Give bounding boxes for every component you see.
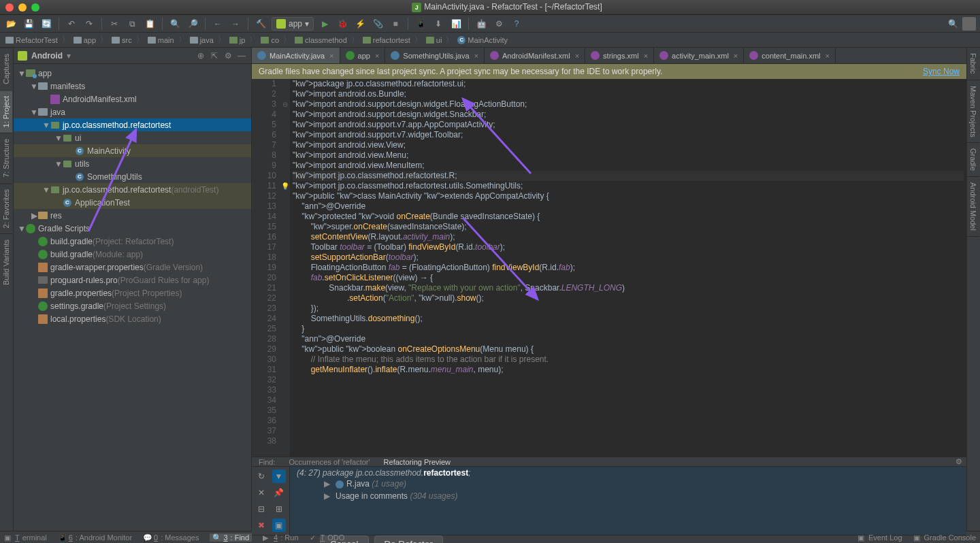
back-icon[interactable]: ←	[211, 17, 225, 31]
tree-item[interactable]: gradle-wrapper.properties (Gradle Versio…	[14, 261, 251, 274]
rerun-icon[interactable]: ↻	[255, 470, 268, 483]
statusbar-tab[interactable]: ▣Gradle Console	[913, 533, 976, 542]
user-avatar[interactable]	[962, 17, 976, 31]
find-result-row[interactable]: ▶Usage in comments (304 usages)	[297, 490, 960, 502]
collapse-icon[interactable]: ⊟	[255, 502, 268, 516]
tree-item[interactable]: ▼ui	[14, 131, 251, 144]
sdk-icon[interactable]: ⬇	[431, 17, 445, 31]
statusbar-tab[interactable]: 📱6: Android Monitor	[58, 533, 132, 542]
profile-icon[interactable]: ⚡	[353, 17, 367, 31]
breadcrumb-item[interactable]: co	[259, 36, 280, 44]
statusbar-tab[interactable]: 💬0: Messages	[143, 533, 199, 542]
statusbar-tab[interactable]: ▣Terminal	[4, 533, 47, 542]
tree-item[interactable]: ▼utils	[14, 157, 251, 170]
search-everywhere-icon[interactable]: 🔍	[946, 17, 960, 31]
android-green-icon[interactable]: 🤖	[474, 17, 488, 31]
tree-item[interactable]: CSomethingUtils	[14, 170, 251, 183]
monitor-icon[interactable]: 📊	[449, 17, 463, 31]
build-icon[interactable]: 🔨	[254, 17, 267, 31]
tree-item[interactable]: AndroidManifest.xml	[14, 93, 251, 105]
scroll-from-source-icon[interactable]: ⊕	[195, 50, 206, 61]
editor-tab[interactable]: AndroidManifest.xml×	[485, 48, 585, 64]
breadcrumb-item[interactable]: jp	[228, 36, 247, 44]
close-tab-icon[interactable]: ×	[474, 52, 478, 60]
editor-tab[interactable]: strings.xml×	[585, 48, 654, 64]
breadcrumb-item[interactable]: java	[189, 36, 215, 44]
breadcrumb-item[interactable]: ui	[425, 36, 444, 44]
editor-tab[interactable]: MainActivity.java×	[252, 48, 340, 64]
breadcrumb-item[interactable]: app	[72, 36, 97, 44]
zoom-window-button[interactable]	[31, 3, 39, 12]
tool-tab-gradle[interactable]: Gradle	[967, 143, 979, 177]
filter-icon[interactable]: ▼	[272, 470, 286, 483]
open-icon[interactable]: 📂	[4, 17, 18, 31]
sync-icon[interactable]: 🔄	[39, 17, 53, 31]
find-tab-occurrences[interactable]: Occurrences of 'refactor'	[286, 458, 372, 466]
breadcrumb-item[interactable]: main	[146, 36, 176, 44]
undo-icon[interactable]: ↶	[65, 17, 78, 31]
tool-tab-7-structure[interactable]: 7: Structure	[0, 133, 12, 183]
code-content[interactable]: "kw">package jp.co.classmethod.refactort…	[290, 79, 966, 457]
forward-icon[interactable]: →	[229, 17, 242, 31]
tree-item[interactable]: ▼manifests	[14, 80, 251, 93]
do-refactor-button[interactable]: Do Refactor	[374, 536, 443, 543]
hide-icon[interactable]: —	[236, 50, 247, 61]
tree-item[interactable]: build.gradle (Project: RefactorTest)	[14, 235, 251, 248]
stop-icon[interactable]: ■	[389, 17, 402, 31]
close-tab-icon[interactable]: ×	[826, 52, 830, 60]
redo-icon[interactable]: ↷	[82, 17, 96, 31]
find-results[interactable]: (4: 27) package jp.co.classmethod.refact…	[290, 467, 966, 535]
close-window-button[interactable]	[5, 3, 14, 12]
editor-tab[interactable]: content_main.xml×	[744, 48, 836, 64]
tree-item[interactable]: ▼app	[14, 67, 251, 80]
close-icon[interactable]: ✕	[255, 486, 268, 499]
code-editor[interactable]: 1234567891011121314151617181920212223242…	[252, 79, 966, 457]
breadcrumb-item[interactable]: refactortest	[361, 36, 412, 44]
tree-item[interactable]: proguard-rules.pro (ProGuard Rules for a…	[14, 274, 251, 286]
tree-item[interactable]: ▼jp.co.classmethod.refactortest	[14, 118, 251, 131]
save-icon[interactable]: 💾	[22, 17, 35, 31]
tree-item[interactable]: build.gradle (Module: app)	[14, 248, 251, 261]
tree-item[interactable]: ▶res	[14, 209, 251, 222]
run-config-selector[interactable]: app ▾	[272, 17, 314, 31]
sync-now-link[interactable]: Sync Now	[923, 67, 960, 76]
help-icon[interactable]: ?	[510, 17, 523, 31]
tree-item[interactable]: ▼java	[14, 105, 251, 118]
preview-icon[interactable]: ▣	[272, 519, 286, 532]
breadcrumb-item[interactable]: classmethod	[293, 36, 348, 44]
editor-tab[interactable]: SomethingUtils.java×	[385, 48, 485, 64]
find-settings-icon[interactable]: ⚙	[956, 457, 962, 466]
breadcrumb-item[interactable]: src	[110, 36, 133, 44]
close-tab-icon[interactable]: ×	[575, 52, 579, 60]
pin-icon[interactable]: 📌	[272, 486, 286, 499]
settings-icon[interactable]: ⚙	[492, 17, 506, 31]
collapse-all-icon[interactable]: ⇱	[209, 50, 220, 61]
replace-icon[interactable]: 🔎	[186, 17, 199, 31]
tree-item[interactable]: CApplicationTest	[14, 196, 251, 209]
project-view-title[interactable]: Android	[31, 51, 63, 61]
project-tree[interactable]: ▼app▼manifestsAndroidManifest.xml▼java▼j…	[14, 64, 251, 531]
tool-tab-maven-projects[interactable]: Maven Projects	[967, 80, 979, 144]
tool-tab-1-project[interactable]: 1: Project	[0, 90, 12, 133]
tool-tab-2-favorites[interactable]: 2: Favorites	[0, 183, 12, 233]
tree-item[interactable]: gradle.properties (Project Properties)	[14, 286, 251, 299]
tool-tab-android-model[interactable]: Android Model	[967, 177, 979, 237]
find-result-row[interactable]: ▶R.java (1 usage)	[297, 478, 960, 490]
find-tab-refactoring-preview[interactable]: Refactoring Preview	[381, 458, 453, 466]
breadcrumb-item[interactable]: RefactorTest	[4, 36, 59, 44]
tree-item[interactable]: ▼jp.co.classmethod.refactortest (android…	[14, 183, 251, 196]
tree-item[interactable]: CMainActivity	[14, 144, 251, 157]
editor-tab[interactable]: app×	[340, 48, 386, 64]
minimize-window-button[interactable]	[18, 3, 27, 12]
settings-icon[interactable]: ⚙	[223, 50, 233, 61]
expand-icon[interactable]: ⊞	[272, 502, 286, 516]
statusbar-tab[interactable]: 🔍3: Find	[210, 533, 252, 542]
statusbar-tab[interactable]: ✓TODO	[310, 533, 345, 542]
statusbar-tab[interactable]: ▶4: Run	[263, 533, 298, 542]
run-icon[interactable]: ▶	[318, 17, 331, 31]
tree-item[interactable]: settings.gradle (Project Settings)	[14, 299, 251, 312]
cancel-icon[interactable]: ✖	[255, 519, 268, 532]
avd-icon[interactable]: 📱	[414, 17, 427, 31]
close-tab-icon[interactable]: ×	[329, 52, 333, 60]
cut-icon[interactable]: ✂	[108, 17, 121, 31]
